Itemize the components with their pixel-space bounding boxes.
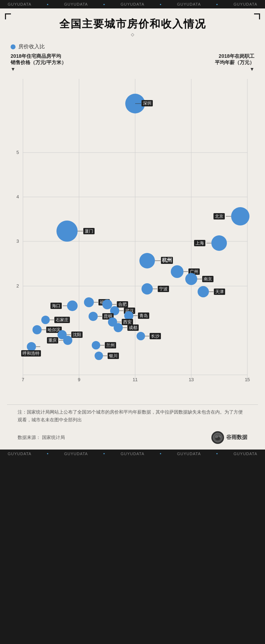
wm4: GUYUDATA [177, 2, 201, 6]
wm-dot3: ● [160, 3, 162, 6]
point-shijiazhuang [41, 316, 50, 324]
left-arrow: ▼ [11, 66, 16, 72]
wm-dot-b2: ● [103, 452, 106, 455]
wm-dot-b1: ● [47, 452, 49, 455]
svg-text:7: 7 [22, 377, 24, 382]
svg-text:天津: 天津 [215, 289, 224, 294]
point-fuzhou [84, 297, 94, 307]
logo-icon [211, 431, 224, 444]
legend-circle [11, 44, 16, 49]
wm-dot1: ● [47, 3, 49, 6]
watermark-bottom: GUYUDATA ● GUYUDATA ● GUYUDATA ● GUYUDAT… [0, 450, 265, 458]
point-haerbin [32, 325, 42, 334]
point-hangzhou [139, 253, 155, 268]
svg-text:银川: 银川 [109, 353, 118, 358]
svg-text:呼和浩特: 呼和浩特 [23, 351, 40, 356]
svg-text:南京: 南京 [204, 277, 212, 281]
svg-text:海口: 海口 [52, 303, 60, 308]
point-tianjin [198, 286, 209, 297]
main-title: 全国主要城市房价和收入情况 [11, 16, 254, 31]
wm5: GUYUDATA [234, 2, 258, 6]
title-diamond: ◇ [11, 32, 254, 37]
svg-text:3: 3 [16, 239, 19, 244]
wm-dot-b3: ● [160, 452, 162, 455]
title-area: 全国主要城市房价和收入情况 ◇ [0, 8, 265, 41]
svg-text:上海: 上海 [195, 241, 204, 246]
logo-text: 谷雨数据 [226, 434, 247, 441]
source-label: 数据来源： [18, 435, 41, 440]
svg-text:青岛: 青岛 [139, 313, 148, 318]
svg-text:兰州: 兰州 [106, 343, 115, 348]
axis-right-title: 2018年在岗职工 平均年薪（万元） [215, 53, 254, 66]
svg-text:11: 11 [133, 377, 138, 382]
axis-labels-top: 2018年住宅商品房平均 销售价格（万元/平方米） 2018年在岗职工 平均年薪… [0, 53, 265, 66]
wm-dot-b4: ● [216, 452, 218, 455]
wm2: GUYUDATA [64, 2, 88, 6]
svg-text:厦门: 厦门 [85, 229, 93, 234]
watermark-top: GUYUDATA ● GUYUDATA ● GUYUDATA ● GUYUDAT… [0, 0, 265, 8]
svg-text:石家庄: 石家庄 [56, 317, 68, 322]
footer-area: 数据来源： 国家统计局 谷雨数据 [7, 428, 258, 450]
wm-b5: GUYUDATA [234, 452, 258, 456]
wm-b4: GUYUDATA [177, 452, 201, 456]
wm1: GUYUDATA [8, 2, 32, 6]
svg-text:哈尔滨: 哈尔滨 [48, 327, 60, 332]
svg-point-103 [216, 436, 217, 437]
svg-text:北京: 北京 [215, 214, 223, 219]
point-haikou [67, 301, 78, 311]
point-hefei [102, 299, 112, 309]
axis-arrows: ▼ ▼ [0, 66, 265, 72]
note-text: 注：国家统计局网站上公布了全国35个城市的房价和平均年薪数据，其中拉萨因数据缺失… [18, 409, 243, 422]
svg-text:成都: 成都 [129, 325, 137, 330]
svg-text:西安: 西安 [123, 320, 132, 324]
point-lanzhou [92, 341, 100, 349]
point-guangzhou [171, 265, 183, 278]
svg-text:沈阳: 沈阳 [73, 332, 81, 337]
axis-left-title: 2018年住宅商品房平均 销售价格（万元/平方米） [11, 53, 66, 66]
svg-text:深圳: 深圳 [143, 101, 151, 106]
point-kunming [89, 312, 98, 321]
note-area: 注：国家统计局网站上公布了全国35个城市的房价和平均年薪数据，其中拉萨因数据缺失… [7, 404, 258, 427]
svg-text:杭州: 杭州 [162, 257, 172, 263]
svg-text:13: 13 [189, 377, 194, 382]
wm-b1: GUYUDATA [8, 452, 32, 456]
chart-wrapper: 7 9 11 13 15 5 4 3 2 7 9 11 13 15 [11, 79, 254, 396]
point-beijing [231, 207, 249, 225]
point-chengdu [114, 323, 123, 332]
svg-text:合肥: 合肥 [118, 302, 127, 307]
right-arrow: ▼ [249, 66, 254, 72]
wm-dot4: ● [216, 3, 218, 6]
point-changsha [137, 332, 145, 340]
svg-text:2: 2 [16, 283, 19, 289]
point-nanjing [185, 273, 197, 285]
point-hohhot [27, 342, 36, 351]
svg-text:5: 5 [16, 150, 19, 155]
legend-label: 房价收入比 [18, 43, 45, 50]
main-container: 全国主要城市房价和收入情况 ◇ 房价收入比 2018年住宅商品房平均 销售价格（… [0, 8, 265, 450]
logo-area: 谷雨数据 [211, 431, 247, 444]
svg-text:重庆: 重庆 [48, 338, 57, 343]
point-xiamen [56, 221, 78, 242]
svg-text:宁波: 宁波 [159, 286, 168, 291]
footer-source: 数据来源： 国家统计局 [18, 434, 65, 441]
point-chongqing [63, 336, 72, 345]
point-shanghai [211, 235, 227, 251]
wm3: GUYUDATA [121, 2, 145, 6]
point-yinchuan [95, 352, 103, 360]
chart-svg: 7 9 11 13 15 5 4 3 2 7 9 11 13 15 [11, 79, 254, 396]
svg-text:15: 15 [245, 377, 250, 382]
legend-row: 房价收入比 [0, 41, 265, 53]
svg-text:4: 4 [16, 194, 19, 199]
point-ningbo [141, 283, 153, 295]
source-value: 国家统计局 [42, 435, 65, 440]
wm-b2: GUYUDATA [64, 452, 88, 456]
wm-dot2: ● [103, 3, 106, 6]
svg-text:长沙: 长沙 [151, 334, 159, 339]
wm-b3: GUYUDATA [121, 452, 145, 456]
svg-text:9: 9 [78, 377, 80, 382]
